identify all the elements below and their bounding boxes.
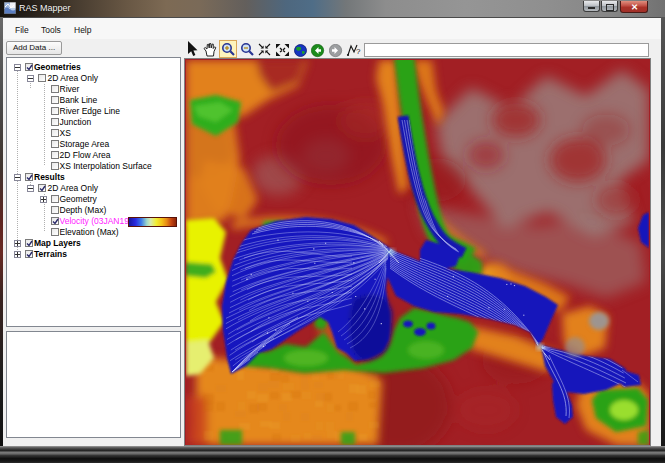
svg-text:?: ?: [356, 47, 361, 56]
